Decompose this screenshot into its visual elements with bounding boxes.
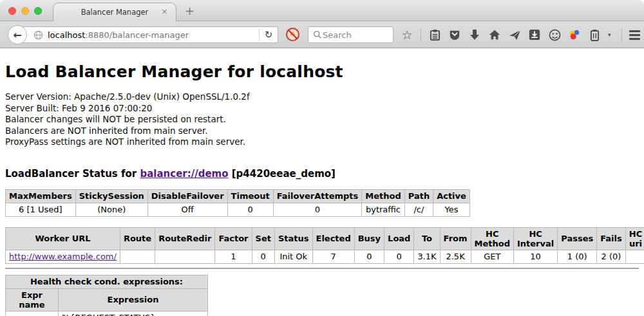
cell-load: 0: [384, 250, 414, 263]
cell-expression: %{REQUEST_STATUS} =~ /^[234]/: [59, 311, 208, 316]
worker-url-link[interactable]: http://www.example.com/: [9, 252, 117, 261]
new-tab-button[interactable]: +: [185, 3, 194, 19]
toolbar-icons: ☆: [401, 21, 644, 48]
table-row: 6 [1 Used] (None) Off 0 0 bytraffic /c/ …: [6, 203, 470, 216]
col-header-factor: Factor: [215, 227, 252, 250]
col-header-worker-url: Worker URL: [6, 227, 120, 250]
cell-elected: 7: [312, 250, 354, 263]
col-header-from: From: [440, 227, 471, 250]
col-header-to: To: [414, 227, 440, 250]
cell-busy: 0: [354, 250, 384, 263]
table-header-row: Expr name Expression: [6, 288, 208, 311]
url-path: :8880/balancer-manager: [85, 30, 189, 40]
server-built-line: Server Built: Feb 9 2016 07:00:20: [5, 103, 639, 115]
col-header-expr-name: Expr name: [6, 288, 59, 311]
pocket-icon[interactable]: [448, 28, 461, 42]
col-header-method: Method: [362, 189, 404, 203]
page-content: Load Balancer Manager for localhost Serv…: [0, 48, 644, 315]
cell-active: Yes: [433, 203, 470, 216]
col-header-failoverattempts: FailoverAttempts: [273, 189, 362, 203]
persist-notice-line: Balancer changes will NOT be persisted o…: [5, 114, 639, 125]
col-header-route: Route: [120, 227, 155, 250]
cell-timeout: 0: [227, 203, 273, 216]
cell-fails: 2 (0): [597, 250, 626, 263]
close-window-button[interactable]: [8, 7, 16, 15]
back-button[interactable]: ←: [8, 25, 27, 44]
cell-status: Init Ok: [274, 250, 312, 263]
download-box-addon-icon[interactable]: [528, 28, 541, 42]
url-text: localhost:8880/balancer-manager: [48, 30, 189, 40]
cell-failoverattempts: 0: [273, 203, 362, 216]
cell-worker-url: http://www.example.com/: [6, 250, 120, 263]
cell-hc-interval: 10: [513, 250, 557, 263]
cell-to: 3.1K: [414, 250, 440, 263]
heading-prefix: LoadBalancer Status for: [5, 168, 140, 180]
cell-path: /c/: [404, 203, 433, 216]
server-info: Server Version: Apache/2.5.0-dev (Unix) …: [5, 91, 639, 148]
bookmarks-clipboard-icon[interactable]: [428, 28, 441, 42]
maximize-window-button[interactable]: [34, 7, 42, 15]
health-check-table: Health check cond. expressions: Expr nam…: [5, 275, 208, 316]
content-blocker-icon[interactable]: [285, 27, 300, 44]
url-domain: localhost: [48, 30, 85, 40]
col-header-expression: Expression: [59, 288, 208, 311]
col-header-disablefailover: DisableFailover: [147, 189, 227, 203]
cell-factor: 1: [215, 250, 252, 263]
col-header-busy: Busy: [354, 227, 384, 250]
search-bar[interactable]: [308, 26, 393, 43]
toolbar-separator: [421, 28, 421, 41]
cell-disablefailover: Off: [147, 203, 227, 216]
toolbar-separator: [621, 28, 622, 41]
server-version-line: Server Version: Apache/2.5.0-dev (Unix) …: [5, 91, 639, 103]
cell-set: 0: [252, 250, 274, 263]
col-header-hc-interval: HC Interval: [513, 227, 557, 250]
col-header-routeredir: RouteRedir: [155, 227, 215, 250]
cell-route: [120, 250, 155, 263]
menu-hamburger-icon[interactable]: [629, 30, 640, 40]
col-header-set: Set: [252, 227, 274, 250]
col-header-timeout: Timeout: [227, 189, 273, 203]
cell-expr-name: foof: [6, 311, 59, 316]
chevron-down-icon[interactable]: ▾: [608, 32, 614, 38]
tab-close-icon[interactable]: ×: [161, 6, 168, 16]
tab-title: Balancer Manager: [81, 8, 149, 17]
downloads-icon[interactable]: [468, 28, 481, 42]
table-row: foof %{REQUEST_STATUS} =~ /^[234]/: [6, 311, 208, 316]
inherit-notice-line: Balancers are NOT inherited from main se…: [5, 125, 639, 137]
col-header-load: Load: [384, 227, 414, 250]
col-header-path: Path: [404, 189, 433, 203]
navigation-toolbar: ← localhost:8880/balancer-manager ↻ ☆: [0, 21, 644, 48]
browser-window: Balancer Manager × + ← localhost:8880/ba…: [0, 0, 644, 316]
separator: [5, 268, 639, 269]
titlebar: Balancer Manager × +: [0, 0, 644, 21]
cell-passes: 1 (0): [558, 250, 597, 263]
cell-stickysession: (None): [75, 203, 147, 216]
worker-table: Worker URL Route RouteRedir Factor Set S…: [5, 227, 644, 264]
container-addon-icon[interactable]: [588, 28, 601, 42]
col-header-maxmembers: MaxMembers: [6, 189, 76, 203]
table-row: http://www.example.com/ 1 0 Init Ok 7 0 …: [6, 250, 644, 263]
url-bar[interactable]: localhost:8880/balancer-manager ↻: [17, 26, 278, 43]
tab-balancer-manager[interactable]: Balancer Manager ×: [53, 3, 176, 21]
send-plane-icon[interactable]: [508, 28, 521, 42]
cell-method: bytraffic: [362, 203, 404, 216]
reload-button[interactable]: ↻: [260, 29, 278, 41]
proxypass-notice-line: ProxyPass settings are NOT inherited fro…: [5, 136, 639, 148]
cell-routeredir: [155, 250, 215, 263]
search-input[interactable]: [323, 30, 387, 40]
home-icon[interactable]: [488, 28, 501, 42]
balancer-demo-link[interactable]: balancer://demo: [140, 168, 228, 180]
cell-hc-uri: [625, 250, 644, 263]
health-table-title: Health check cond. expressions:: [6, 275, 208, 288]
table-header-row: MaxMembers StickySession DisableFailover…: [6, 189, 470, 203]
page-title: Load Balancer Manager for localhost: [5, 48, 639, 81]
col-header-active: Active: [433, 189, 470, 203]
bookmark-star-icon[interactable]: ☆: [401, 28, 413, 42]
colored-dots-addon-icon[interactable]: [568, 28, 581, 42]
emoji-addon-icon[interactable]: [548, 28, 561, 42]
heading-suffix: [p4420eeae_demo]: [229, 168, 336, 180]
minimize-window-button[interactable]: [21, 7, 29, 15]
table-title-row: Health check cond. expressions:: [6, 275, 208, 288]
col-header-hc-uri: HC uri: [625, 227, 644, 250]
balancer-status-heading: LoadBalancer Status for balancer://demo …: [5, 168, 639, 180]
